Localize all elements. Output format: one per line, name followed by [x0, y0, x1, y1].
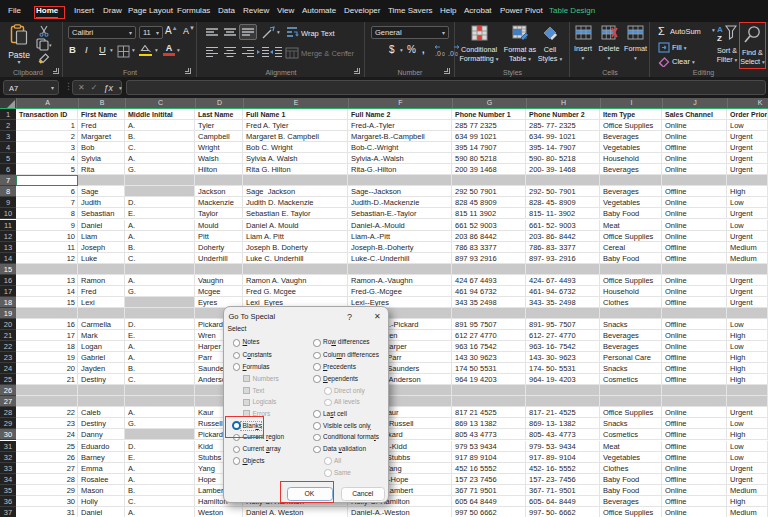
svg-text:A: A: [717, 25, 723, 34]
svg-text:▾: ▾: [49, 42, 52, 48]
svg-text:.0: .0: [448, 50, 454, 57]
svg-text:0: 0: [442, 51, 445, 57]
svg-text:Z: Z: [717, 34, 722, 42]
svg-text:.0: .0: [435, 50, 441, 57]
